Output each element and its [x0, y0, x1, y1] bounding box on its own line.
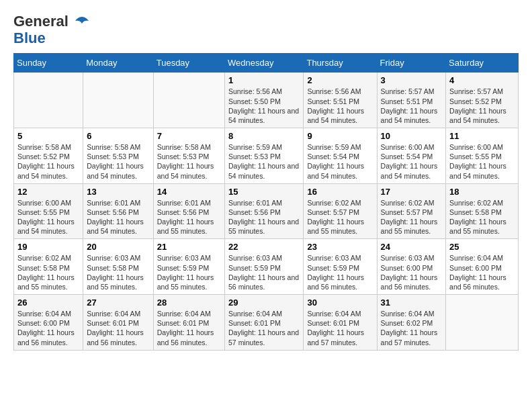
calendar-cell: 3Sunrise: 5:57 AMSunset: 5:51 PMDaylight… — [377, 73, 446, 128]
day-info: Sunrise: 6:04 AMSunset: 6:01 PMDaylight:… — [87, 309, 149, 347]
day-number: 3 — [381, 75, 443, 85]
day-info: Sunrise: 6:04 AMSunset: 6:01 PMDaylight:… — [307, 309, 373, 347]
day-info: Sunrise: 6:03 AMSunset: 6:00 PMDaylight:… — [381, 253, 443, 291]
calendar-cell: 27Sunrise: 6:04 AMSunset: 6:01 PMDayligh… — [83, 295, 153, 351]
weekday-header-row: SundayMondayTuesdayWednesdayThursdayFrid… — [14, 54, 519, 73]
calendar-cell: 24Sunrise: 6:03 AMSunset: 6:00 PMDayligh… — [377, 239, 446, 295]
calendar-cell: 8Sunrise: 5:59 AMSunset: 5:53 PMDaylight… — [225, 128, 304, 184]
day-number: 25 — [449, 242, 515, 252]
day-info: Sunrise: 5:57 AMSunset: 5:52 PMDaylight:… — [449, 87, 515, 125]
calendar-cell: 13Sunrise: 6:01 AMSunset: 5:56 PMDayligh… — [83, 183, 153, 239]
day-info: Sunrise: 6:04 AMSunset: 6:00 PMDaylight:… — [17, 309, 79, 347]
logo-blue: Blue — [13, 30, 46, 46]
day-number: 19 — [17, 242, 79, 252]
day-number: 9 — [307, 131, 373, 141]
day-number: 29 — [228, 298, 300, 308]
day-info: Sunrise: 5:59 AMSunset: 5:54 PMDaylight:… — [307, 142, 373, 181]
day-info: Sunrise: 6:03 AMSunset: 5:59 PMDaylight:… — [228, 253, 300, 291]
day-info: Sunrise: 5:57 AMSunset: 5:51 PMDaylight:… — [381, 87, 443, 125]
calendar-cell: 21Sunrise: 6:03 AMSunset: 5:59 PMDayligh… — [153, 239, 224, 295]
day-info: Sunrise: 5:59 AMSunset: 5:53 PMDaylight:… — [228, 142, 300, 181]
calendar-cell — [446, 295, 519, 351]
weekday-header-friday: Friday — [377, 54, 446, 73]
calendar-cell: 23Sunrise: 6:03 AMSunset: 5:59 PMDayligh… — [304, 239, 377, 295]
week-row-3: 12Sunrise: 6:00 AMSunset: 5:55 PMDayligh… — [14, 183, 519, 239]
logo-general: General — [13, 13, 69, 30]
weekday-header-saturday: Saturday — [446, 54, 519, 73]
day-info: Sunrise: 6:00 AMSunset: 5:54 PMDaylight:… — [381, 142, 443, 181]
day-number: 31 — [381, 298, 443, 308]
weekday-header-monday: Monday — [83, 54, 153, 73]
calendar-cell — [14, 73, 83, 128]
day-info: Sunrise: 6:00 AMSunset: 5:55 PMDaylight:… — [449, 142, 515, 181]
day-info: Sunrise: 5:56 AMSunset: 5:50 PMDaylight:… — [228, 87, 300, 125]
calendar-cell: 5Sunrise: 5:58 AMSunset: 5:52 PMDaylight… — [14, 128, 83, 184]
calendar-cell: 20Sunrise: 6:03 AMSunset: 5:58 PMDayligh… — [83, 239, 153, 295]
calendar-cell: 26Sunrise: 6:04 AMSunset: 6:00 PMDayligh… — [14, 295, 83, 351]
day-info: Sunrise: 6:02 AMSunset: 5:57 PMDaylight:… — [307, 198, 373, 236]
weekday-header-tuesday: Tuesday — [153, 54, 224, 73]
day-number: 8 — [228, 131, 300, 141]
calendar-cell: 15Sunrise: 6:01 AMSunset: 5:56 PMDayligh… — [225, 183, 304, 239]
day-number: 16 — [307, 187, 373, 197]
day-info: Sunrise: 6:02 AMSunset: 5:58 PMDaylight:… — [449, 198, 515, 236]
day-number: 18 — [449, 187, 515, 197]
day-info: Sunrise: 6:04 AMSunset: 6:01 PMDaylight:… — [157, 309, 221, 347]
day-number: 20 — [87, 242, 149, 252]
day-number: 26 — [17, 298, 79, 308]
calendar-cell: 12Sunrise: 6:00 AMSunset: 5:55 PMDayligh… — [14, 183, 83, 239]
calendar-cell: 19Sunrise: 6:02 AMSunset: 5:58 PMDayligh… — [14, 239, 83, 295]
day-number: 15 — [228, 187, 300, 197]
logo: General Blue — [13, 13, 90, 46]
day-info: Sunrise: 6:00 AMSunset: 5:55 PMDaylight:… — [17, 198, 79, 236]
weekday-header-thursday: Thursday — [304, 54, 377, 73]
calendar-cell: 10Sunrise: 6:00 AMSunset: 5:54 PMDayligh… — [377, 128, 446, 184]
day-info: Sunrise: 6:03 AMSunset: 5:58 PMDaylight:… — [87, 253, 149, 291]
calendar-cell — [83, 73, 153, 128]
day-info: Sunrise: 6:02 AMSunset: 5:57 PMDaylight:… — [381, 198, 443, 236]
calendar-cell: 18Sunrise: 6:02 AMSunset: 5:58 PMDayligh… — [446, 183, 519, 239]
week-row-2: 5Sunrise: 5:58 AMSunset: 5:52 PMDaylight… — [14, 128, 519, 184]
day-number: 11 — [449, 131, 515, 141]
day-info: Sunrise: 6:04 AMSunset: 6:00 PMDaylight:… — [449, 253, 515, 291]
calendar-cell: 22Sunrise: 6:03 AMSunset: 5:59 PMDayligh… — [225, 239, 304, 295]
day-number: 10 — [381, 131, 443, 141]
calendar-cell: 17Sunrise: 6:02 AMSunset: 5:57 PMDayligh… — [377, 183, 446, 239]
day-info: Sunrise: 5:58 AMSunset: 5:53 PMDaylight:… — [157, 142, 221, 181]
day-info: Sunrise: 6:03 AMSunset: 5:59 PMDaylight:… — [157, 253, 221, 291]
calendar-cell: 30Sunrise: 6:04 AMSunset: 6:01 PMDayligh… — [304, 295, 377, 351]
day-number: 6 — [87, 131, 149, 141]
calendar-cell: 29Sunrise: 6:04 AMSunset: 6:01 PMDayligh… — [225, 295, 304, 351]
calendar-cell: 6Sunrise: 5:58 AMSunset: 5:53 PMDaylight… — [83, 128, 153, 184]
day-number: 7 — [157, 131, 221, 141]
day-number: 17 — [381, 187, 443, 197]
week-row-4: 19Sunrise: 6:02 AMSunset: 5:58 PMDayligh… — [14, 239, 519, 295]
day-number: 30 — [307, 298, 373, 308]
calendar-cell: 4Sunrise: 5:57 AMSunset: 5:52 PMDaylight… — [446, 73, 519, 128]
day-info: Sunrise: 6:03 AMSunset: 5:59 PMDaylight:… — [307, 253, 373, 291]
calendar-table: SundayMondayTuesdayWednesdayThursdayFrid… — [13, 53, 519, 350]
day-info: Sunrise: 5:56 AMSunset: 5:51 PMDaylight:… — [307, 87, 373, 125]
day-info: Sunrise: 5:58 AMSunset: 5:53 PMDaylight:… — [87, 142, 149, 181]
calendar-cell: 7Sunrise: 5:58 AMSunset: 5:53 PMDaylight… — [153, 128, 224, 184]
week-row-5: 26Sunrise: 6:04 AMSunset: 6:00 PMDayligh… — [14, 295, 519, 351]
week-row-1: 1Sunrise: 5:56 AMSunset: 5:50 PMDaylight… — [14, 73, 519, 128]
day-number: 14 — [157, 187, 221, 197]
day-info: Sunrise: 6:02 AMSunset: 5:58 PMDaylight:… — [17, 253, 79, 291]
day-number: 21 — [157, 242, 221, 252]
day-info: Sunrise: 6:01 AMSunset: 5:56 PMDaylight:… — [228, 198, 300, 236]
day-info: Sunrise: 6:04 AMSunset: 6:01 PMDaylight:… — [228, 309, 300, 347]
day-number: 4 — [449, 75, 515, 85]
weekday-header-wednesday: Wednesday — [225, 54, 304, 73]
day-info: Sunrise: 6:04 AMSunset: 6:02 PMDaylight:… — [381, 309, 443, 347]
day-number: 5 — [17, 131, 79, 141]
day-number: 27 — [87, 298, 149, 308]
day-number: 22 — [228, 242, 300, 252]
calendar-cell: 1Sunrise: 5:56 AMSunset: 5:50 PMDaylight… — [225, 73, 304, 128]
day-number: 1 — [228, 75, 300, 85]
day-number: 28 — [157, 298, 221, 308]
weekday-header-sunday: Sunday — [14, 54, 83, 73]
day-number: 12 — [17, 187, 79, 197]
logo-bird-icon — [74, 14, 90, 30]
day-number: 24 — [381, 242, 443, 252]
